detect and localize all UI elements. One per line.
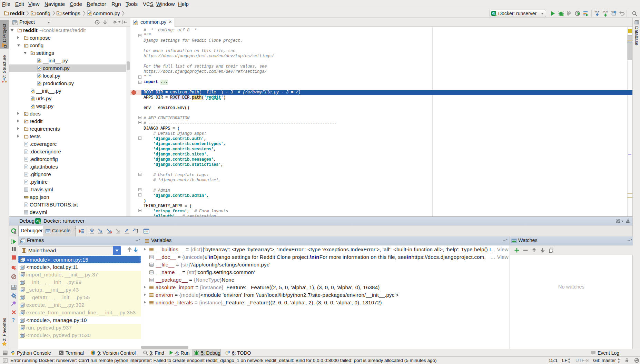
svg-text:VCS: VCS: [594, 10, 600, 13]
svg-text:VCS: VCS: [603, 10, 608, 13]
